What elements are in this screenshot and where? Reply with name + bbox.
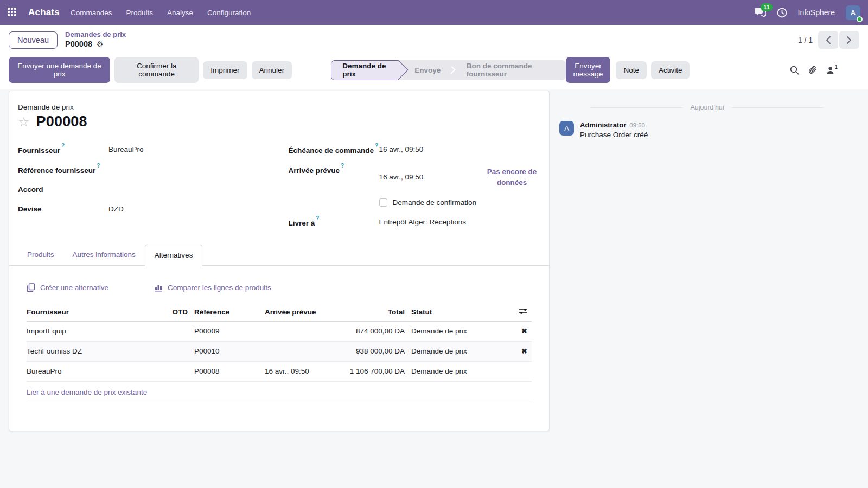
chevron-left-icon xyxy=(826,36,831,44)
confirm-order-button[interactable]: Confirmer la commande xyxy=(114,57,199,83)
pager-previous-button[interactable] xyxy=(818,31,838,49)
header-fournisseur[interactable]: Fournisseur xyxy=(27,308,163,316)
tab-alternatives[interactable]: Alternatives xyxy=(145,245,203,266)
attachments-paperclip-icon[interactable] xyxy=(808,65,817,75)
header-total[interactable]: Total xyxy=(329,308,405,316)
breadcrumb-parent[interactable]: Demandes de prix xyxy=(65,30,126,39)
activity-button[interactable]: Activité xyxy=(651,61,690,79)
app-name[interactable]: Achats xyxy=(28,7,60,18)
document-title: P00008 xyxy=(36,113,87,130)
help-icon[interactable]: ? xyxy=(341,163,344,169)
supplier-label: Fournisseur? xyxy=(18,144,108,156)
cell-status: Demande de prix xyxy=(405,367,519,375)
status-step-rfq[interactable]: Demande de prix xyxy=(331,60,398,80)
tab-produits[interactable]: Produits xyxy=(18,245,63,265)
pager-next-button[interactable] xyxy=(839,31,859,49)
activities-clock-icon[interactable] xyxy=(777,8,787,18)
table-row[interactable]: TechFourniss DZ P00010 938 000,00 DA Dem… xyxy=(27,342,532,362)
link-existing-rfq-link[interactable]: Lier à une demande de prix existante xyxy=(27,388,147,396)
pager-buttons xyxy=(818,31,859,49)
title-row: ☆ P00008 xyxy=(18,113,540,130)
column-options-sliders-icon[interactable] xyxy=(519,307,528,317)
menu-configuration[interactable]: Configuration xyxy=(207,9,251,17)
favorite-star-icon[interactable]: ☆ xyxy=(18,115,30,129)
send-rfq-button[interactable]: Envoyer une demande de prix xyxy=(9,57,110,83)
table-row[interactable]: ImportEquip P00009 874 000,00 DA Demande… xyxy=(27,322,532,342)
cell-reference[interactable]: P00010 xyxy=(188,347,258,355)
cancel-button[interactable]: Annuler xyxy=(252,61,292,79)
compare-product-lines-label: Comparer les lignes de produits xyxy=(168,284,271,292)
supplier-value[interactable]: BureauPro xyxy=(108,144,144,156)
day-divider: Aujourd'hui xyxy=(591,104,824,111)
vendor-reference-label: Référence fournisseur? xyxy=(18,164,108,176)
help-icon[interactable]: ? xyxy=(61,143,65,149)
company-switcher[interactable]: InfoSphere xyxy=(798,8,835,17)
confirmation-checkbox-label[interactable]: Demande de confirmation xyxy=(393,198,477,207)
menu-commandes[interactable]: Commandes xyxy=(71,9,112,17)
new-button[interactable]: Nouveau xyxy=(9,31,58,49)
help-icon[interactable]: ? xyxy=(316,215,319,221)
cell-supplier[interactable]: TechFourniss DZ xyxy=(27,347,163,355)
create-alternative-label: Créer une alternative xyxy=(40,284,108,292)
messages-icon[interactable]: 11 xyxy=(755,8,766,17)
currency-label: Devise xyxy=(18,204,108,215)
breadcrumb-row: Nouveau Demandes de prix P00008 ⚙ 1 / 1 xyxy=(0,25,868,53)
chevron-right-icon xyxy=(847,36,852,44)
tab-autres-informations[interactable]: Autres informations xyxy=(63,245,145,265)
table-row[interactable]: BureauPro P00008 16 avr., 09:50 1 106 70… xyxy=(27,362,532,382)
header-arrivee-prevue[interactable]: Arrivée prévue xyxy=(258,308,329,316)
header-statut[interactable]: Statut xyxy=(405,308,519,316)
cell-reference[interactable]: P00009 xyxy=(188,327,258,335)
send-message-button[interactable]: Envoyer message xyxy=(566,57,611,83)
chatter-buttons: Envoyer message Note Activité 1 xyxy=(566,57,859,83)
apps-grid-icon[interactable] xyxy=(8,8,17,17)
no-data-yet-link[interactable]: Pas encore de données xyxy=(483,166,540,189)
record-pager: 1 / 1 xyxy=(798,31,859,49)
chatter-message[interactable]: A Administrator 09:50 Purchase Order cré… xyxy=(558,121,856,139)
create-alternative-link[interactable]: Créer une alternative xyxy=(27,283,108,292)
menu-produits[interactable]: Produits xyxy=(126,9,153,17)
cell-supplier[interactable]: ImportEquip xyxy=(27,327,163,335)
currency-value[interactable]: DZD xyxy=(108,204,124,215)
cell-total: 874 000,00 DA xyxy=(329,327,405,335)
record-actions-gear-icon[interactable]: ⚙ xyxy=(97,40,104,48)
main-menu: Commandes Produits Analyse Configuration xyxy=(71,9,251,17)
message-time: 09:50 xyxy=(629,122,645,129)
header-otd[interactable]: OTD xyxy=(163,308,188,316)
expected-arrival-value[interactable]: 16 avr., 09:50 xyxy=(379,172,424,189)
table-header-row: Fournisseur OTD Référence Arrivée prévue… xyxy=(27,303,532,322)
alternatives-table: Fournisseur OTD Référence Arrivée prévue… xyxy=(27,303,532,431)
followers-icon[interactable]: 1 xyxy=(826,66,838,74)
link-existing-row: Lier à une demande de prix existante xyxy=(27,382,532,403)
deliver-to-value[interactable]: Entrepôt Alger: Réceptions xyxy=(379,217,467,228)
cell-supplier[interactable]: BureauPro xyxy=(27,367,163,375)
status-step-label: Demande de prix xyxy=(342,62,391,78)
followers-count: 1 xyxy=(834,64,838,70)
search-messages-icon[interactable] xyxy=(790,66,799,75)
breadcrumb-current: P00008 xyxy=(65,40,92,48)
doc-type-label: Demande de prix xyxy=(18,103,540,111)
help-icon[interactable]: ? xyxy=(375,143,378,149)
breadcrumb: Demandes de prix P00008 ⚙ xyxy=(65,30,126,49)
message-author[interactable]: Administrator xyxy=(580,121,626,129)
menu-analyse[interactable]: Analyse xyxy=(167,9,193,17)
navbar-right: 11 InfoSphere A xyxy=(755,5,861,20)
delete-row-icon[interactable]: ✖ xyxy=(521,327,527,335)
cell-arrival[interactable]: 16 avr., 09:50 xyxy=(258,367,329,375)
user-avatar[interactable]: A xyxy=(846,5,860,20)
compare-product-lines-link[interactable]: Comparer les lignes de produits xyxy=(154,283,271,292)
expected-arrival-label: Arrivée prévue? xyxy=(289,164,379,189)
chatter-icons: 1 xyxy=(790,65,838,75)
header-reference[interactable]: Référence xyxy=(188,308,258,316)
control-panel: Nouveau Demandes de prix P00008 ⚙ 1 / 1 … xyxy=(0,25,868,89)
confirmation-checkbox[interactable] xyxy=(379,198,387,207)
action-row: Envoyer une demande de prix Confirmer la… xyxy=(0,53,868,89)
print-button[interactable]: Imprimer xyxy=(203,61,247,79)
delete-row-icon[interactable]: ✖ xyxy=(521,347,527,355)
status-step-purchase-order[interactable]: Bon de commande fournisseur xyxy=(456,60,566,80)
day-divider-label: Aujourd'hui xyxy=(690,104,724,111)
order-deadline-value[interactable]: 16 avr., 09:50 xyxy=(379,144,424,156)
cell-reference[interactable]: P00008 xyxy=(188,367,258,375)
help-icon[interactable]: ? xyxy=(97,163,100,169)
log-note-button[interactable]: Note xyxy=(616,61,647,79)
